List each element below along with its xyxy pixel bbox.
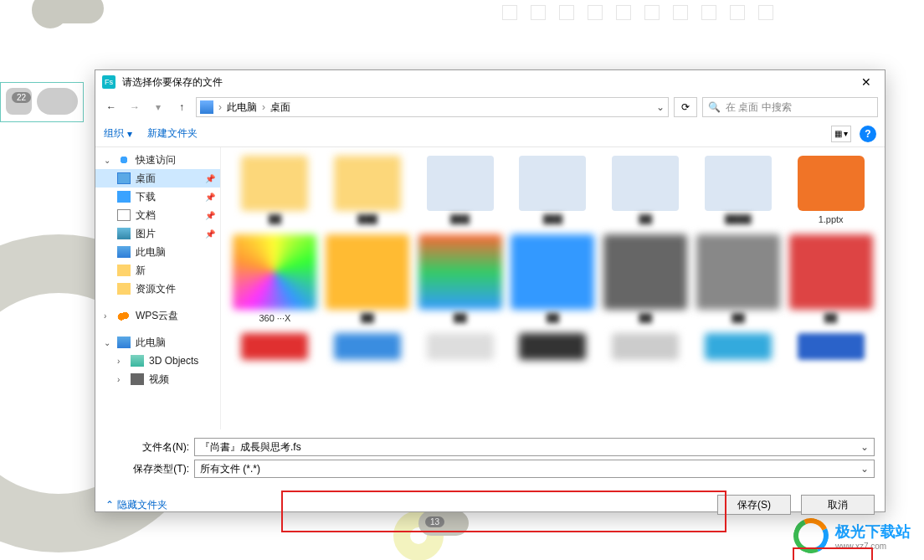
tree-item-downloads[interactable]: 下载📌 (95, 188, 220, 206)
pin-icon: 📌 (205, 211, 215, 220)
tree-item-folder-new[interactable]: 新 (95, 261, 220, 280)
thumb-badge: 22 (12, 92, 31, 103)
slide-thumb[interactable] (37, 88, 78, 115)
tree-item-3d-objects[interactable]: ›3D Objects (95, 352, 220, 370)
bg-pill-top (37, 0, 104, 23)
file-item[interactable]: ██ (509, 234, 597, 323)
view-mode-button[interactable]: ▦ ▾ (831, 126, 851, 142)
annotation-highlight-save (793, 547, 873, 560)
logo-title: 极光下载站 (835, 521, 911, 542)
nav-up-button[interactable]: ↑ (172, 98, 191, 116)
nav-forward-button[interactable]: → (126, 98, 144, 116)
file-item[interactable] (416, 333, 504, 360)
file-item[interactable]: ██ (695, 234, 783, 323)
filename-label: 文件名(N): (105, 440, 189, 455)
file-item[interactable] (324, 333, 412, 360)
save-button[interactable]: 保存(S) (717, 495, 791, 515)
new-folder-button[interactable]: 新建文件夹 (147, 126, 198, 141)
chevron-down-icon: ▾ (127, 128, 132, 140)
file-item[interactable]: ██ (602, 234, 690, 323)
file-item[interactable]: ██ (787, 234, 875, 323)
save-file-dialog: Fs 请选择你要保存的文件 ✕ ← → ▾ ↑ › 此电脑 › 桌面 ⌄ ⟳ 🔍… (95, 69, 886, 512)
tree-item-pictures[interactable]: 图片📌 (95, 224, 220, 243)
pc-icon (117, 246, 131, 258)
pc-icon (117, 337, 131, 348)
search-placeholder: 在 桌面 中搜索 (726, 100, 792, 115)
nav-row: ← → ▾ ↑ › 此电脑 › 桌面 ⌄ ⟳ 🔍 在 桌面 中搜索 (95, 94, 885, 121)
file-item[interactable] (509, 333, 597, 360)
breadcrumb-part[interactable]: 桌面 (270, 100, 290, 115)
chevron-down-icon[interactable]: ⌄ (860, 441, 869, 453)
folder-icon (117, 283, 131, 295)
breadcrumb-dropdown[interactable]: ⌄ (656, 101, 665, 113)
document-icon (117, 209, 131, 221)
hide-folders-link[interactable]: ⌃隐藏文件夹 (105, 498, 167, 512)
breadcrumb-sep: › (218, 101, 222, 113)
file-item[interactable]: ███ (416, 156, 504, 224)
file-item[interactable]: ██ (231, 156, 319, 224)
file-item[interactable] (602, 333, 690, 360)
cube-icon (131, 355, 144, 367)
slide-thumbnails[interactable] (0, 82, 84, 122)
breadcrumb[interactable]: › 此电脑 › 桌面 ⌄ (196, 97, 669, 117)
dialog-titlebar: Fs 请选择你要保存的文件 ✕ (95, 70, 885, 94)
tree-item-documents[interactable]: 文档📌 (95, 206, 220, 224)
pin-icon: 📌 (205, 174, 215, 183)
save-form: 文件名(N): 『尚書』成長與思考.fs ⌄ 保存类型(T): 所有文件 (*.… (95, 429, 885, 488)
desktop-icon (117, 172, 131, 184)
drive-icon (200, 100, 213, 114)
chevron-down-icon: ⌃ (105, 499, 114, 511)
tree-wps-cloud[interactable]: ›WPS云盘 (95, 306, 220, 325)
chevron-down-icon[interactable]: ⌄ (860, 463, 869, 475)
file-item[interactable]: ██ (324, 234, 412, 323)
nav-back-button[interactable]: ← (102, 98, 121, 116)
folder-tree: ⌄快速访问 桌面📌 下载📌 文档📌 图片📌 此电脑 新 资源文件 ›WPS云盘 … (95, 147, 221, 429)
star-icon (117, 154, 131, 166)
file-item-pptx[interactable]: 1.pptx (787, 156, 875, 224)
tree-item-desktop[interactable]: 桌面📌 (95, 169, 220, 188)
help-button[interactable]: ? (860, 126, 876, 142)
file-item[interactable]: ██ (416, 234, 504, 323)
search-icon: 🔍 (708, 101, 721, 113)
file-item[interactable]: ███ (324, 156, 412, 224)
toolbar-row: 组织 ▾ 新建文件夹 ▦ ▾ ? (95, 121, 885, 147)
refresh-button[interactable]: ⟳ (674, 97, 697, 117)
cloud-icon (117, 310, 131, 321)
organize-menu[interactable]: 组织 ▾ (104, 126, 132, 141)
cancel-button[interactable]: 取消 (801, 495, 875, 515)
file-item[interactable]: ████ (695, 156, 783, 224)
file-item[interactable] (231, 333, 319, 360)
file-item[interactable] (695, 333, 783, 360)
dialog-title: 请选择你要保存的文件 (122, 75, 223, 90)
breadcrumb-sep: › (262, 101, 265, 113)
file-grid[interactable]: ██ ███ ███ ███ ██ ████ 1.pptx 360 ···X █… (221, 147, 885, 429)
tree-item-thispc[interactable]: 此电脑 (95, 243, 220, 261)
file-item[interactable]: ██ (602, 156, 690, 224)
app-top-toolbar (502, 2, 916, 23)
search-input[interactable]: 🔍 在 桌面 中搜索 (702, 97, 878, 117)
filetype-value: 所有文件 (*.*) (200, 462, 260, 476)
pin-icon: 📌 (205, 193, 215, 202)
folder-icon (117, 265, 131, 276)
tree-quick-access[interactable]: ⌄快速访问 (95, 151, 220, 169)
tree-this-pc[interactable]: ⌄此电脑 (95, 333, 220, 352)
filename-input[interactable]: 『尚書』成長與思考.fs ⌄ (194, 438, 875, 456)
file-item[interactable]: ███ (509, 156, 597, 224)
film-icon (131, 373, 144, 385)
tree-item-videos[interactable]: ›视频 (95, 370, 220, 388)
breadcrumb-part[interactable]: 此电脑 (227, 100, 257, 115)
picture-icon (117, 228, 131, 239)
file-item[interactable] (787, 333, 875, 360)
close-button[interactable]: ✕ (855, 72, 878, 92)
filetype-select[interactable]: 所有文件 (*.*) ⌄ (194, 460, 875, 478)
download-icon (117, 191, 131, 203)
app-icon: Fs (102, 75, 116, 89)
annotation-highlight-filename (281, 491, 726, 532)
file-item[interactable]: 360 ···X (231, 234, 319, 323)
filetype-label: 保存类型(T): (105, 462, 189, 476)
filename-value: 『尚書』成長與思考.fs (200, 440, 301, 455)
tree-item-folder-resources[interactable]: 资源文件 (95, 280, 220, 298)
pin-icon: 📌 (205, 229, 215, 239)
nav-recent-button[interactable]: ▾ (149, 98, 167, 116)
